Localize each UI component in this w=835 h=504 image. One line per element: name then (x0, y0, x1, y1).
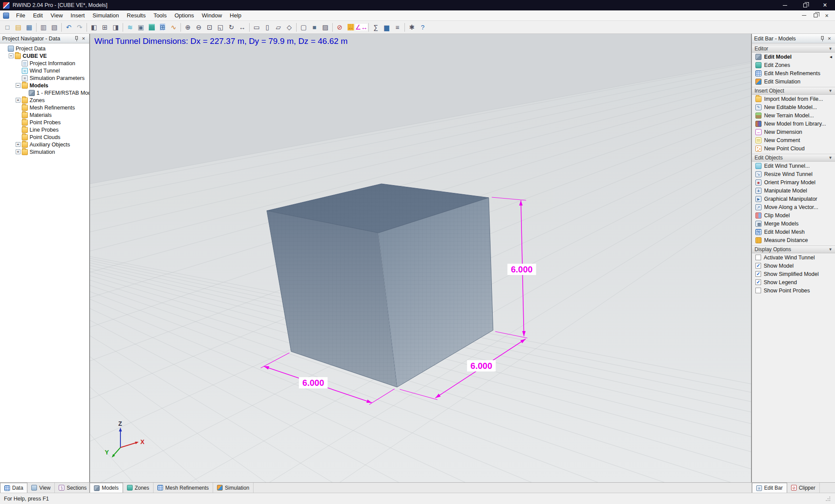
section-edit-objects[interactable]: Edit Objects ▼ (752, 154, 835, 162)
help-button[interactable]: ? (418, 22, 428, 33)
tree-item-simulation[interactable]: + Simulation (0, 148, 89, 156)
print-button[interactable]: ▥ (38, 22, 49, 33)
tree-item-rfem-rstab-model[interactable]: 1 - RFEM/RSTAB Model (0, 89, 89, 96)
import-model-from-file-item[interactable]: Import Model from File... (752, 95, 835, 103)
undo-button[interactable]: ↶ (63, 22, 74, 33)
option-show-legend[interactable]: ✓ Show Legend (752, 278, 835, 286)
section-insert-object[interactable]: Insert Object ▼ (752, 87, 835, 95)
close-button[interactable]: × (815, 0, 835, 10)
zoom-window-button[interactable]: ⊡ (204, 22, 215, 33)
tables-button[interactable]: ⊞ (100, 22, 110, 33)
viewport[interactable]: 6.000 6.000 (90, 34, 752, 482)
tree-expander[interactable]: + (16, 98, 20, 103)
transparent-button[interactable]: ▨ (320, 22, 331, 33)
copy-image-button[interactable]: ▧ (49, 22, 60, 33)
measure-button[interactable]: ↔ (345, 22, 356, 33)
tab-view[interactable]: View (27, 483, 55, 493)
edit-model-item[interactable]: Edit Model ◄ (752, 53, 835, 61)
tree-item-point-probes[interactable]: Point Probes (0, 119, 89, 126)
document-icon[interactable] (3, 13, 9, 19)
orient-primary-model-item[interactable]: Orient Primary Model (752, 178, 835, 186)
wireframe-button[interactable]: ▢ (298, 22, 309, 33)
option-show-point-probes[interactable]: Show Point Probes (752, 286, 835, 295)
tab-data[interactable]: Data (0, 483, 27, 493)
edit-bar-panel-button[interactable]: ◨ (110, 22, 121, 33)
tree-item-wind-tunnel[interactable]: Wind Tunnel (0, 67, 89, 74)
simulation-button[interactable]: ∿ (168, 22, 179, 33)
mesh-button[interactable]: ⊞ (157, 22, 168, 33)
navigator-panel-button[interactable]: ◧ (89, 22, 99, 33)
tab-zones[interactable]: Zones (123, 483, 154, 493)
tree-expander[interactable]: + (16, 149, 20, 154)
pin-editbar-button[interactable] (819, 35, 826, 42)
section-display-options[interactable]: Display Options ▼ (752, 245, 835, 253)
graphical-manipulator-item[interactable]: Graphical Manipulator (752, 195, 835, 203)
checkbox[interactable]: ✓ (755, 263, 761, 269)
rotate-view-button[interactable]: ↻ (226, 22, 237, 33)
pan-view-button[interactable]: ↔ (237, 22, 247, 33)
tree-item-simulation-parameters[interactable]: Simulation Parameters (0, 74, 89, 82)
tab-edit-bar[interactable]: Edit Bar (752, 483, 787, 493)
edit-zones-item[interactable]: Edit Zones (752, 61, 835, 69)
tree-item-project-information[interactable]: Project Information (0, 60, 89, 67)
menu-help[interactable]: Help (226, 10, 245, 20)
tree-expander[interactable]: − (9, 53, 13, 58)
close-panel-button[interactable]: × (80, 35, 87, 42)
edit-simulation-item[interactable]: Edit Simulation (752, 77, 835, 86)
redo-button[interactable]: ↷ (74, 22, 85, 33)
menu-options[interactable]: Options (170, 10, 198, 20)
tab-sections[interactable]: Sections (55, 483, 91, 493)
zones-button[interactable]: ▦ (147, 22, 157, 33)
new-dimension-item[interactable]: New Dimension (752, 128, 835, 136)
close-editbar-button[interactable]: × (826, 35, 833, 42)
edit-mesh-refinements-item[interactable]: Edit Mesh Refinements (752, 69, 835, 77)
tree-item-materials[interactable]: Materials (0, 111, 89, 119)
wind-tunnel-button[interactable]: ≋ (125, 22, 135, 33)
section-editor[interactable]: Editor ▼ (752, 45, 835, 53)
tree-item-mesh-refinements[interactable]: Mesh Refinements (0, 104, 89, 111)
pin-panel-button[interactable] (73, 35, 80, 42)
resize-grip[interactable] (825, 496, 831, 502)
zoom-out-button[interactable]: ⊖ (194, 22, 204, 33)
save-button[interactable]: ▦ (24, 22, 34, 33)
option-show-model[interactable]: ✓ Show Model (752, 262, 835, 270)
tab-models[interactable]: Models (90, 483, 123, 493)
results-button[interactable]: ▆ (381, 22, 392, 33)
menu-file[interactable]: File (12, 10, 29, 20)
edit-wind-tunnel-item[interactable]: Edit Wind Tunnel... (752, 162, 835, 170)
new-terrain-model-item[interactable]: New Terrain Model... (752, 111, 835, 119)
view-iso-button[interactable]: ◇ (284, 22, 294, 33)
model-button[interactable]: ▣ (136, 22, 146, 33)
checkbox[interactable]: ✓ (755, 271, 761, 277)
option-activate-wind-tunnel[interactable]: Activate Wind Tunnel (752, 253, 835, 262)
zoom-in-button[interactable]: ⊕ (183, 22, 193, 33)
restore-button[interactable] (795, 0, 815, 10)
checkbox[interactable] (755, 288, 761, 293)
resize-wind-tunnel-item[interactable]: Resize Wind Tunnel (752, 170, 835, 178)
mdi-restore-button[interactable] (811, 12, 820, 20)
minimize-button[interactable] (775, 0, 795, 10)
clip-button[interactable]: ⊘ (334, 22, 345, 33)
tree-item-point-clouds[interactable]: Point Clouds (0, 133, 89, 141)
legend-button[interactable]: ≡ (392, 22, 403, 33)
new-file-button[interactable]: □ (2, 22, 13, 33)
tree-item-line-probes[interactable]: Line Probes (0, 126, 89, 133)
checkbox[interactable]: ✓ (755, 279, 761, 285)
calculate-button[interactable]: ∑ (371, 22, 381, 33)
menu-simulation[interactable]: Simulation (89, 10, 123, 20)
tab-clipper[interactable]: Clipper (787, 483, 820, 493)
edit-model-mesh-item[interactable]: Edit Model Mesh (752, 228, 835, 236)
move-along-a-vector-item[interactable]: Move Along a Vector... (752, 203, 835, 211)
tree-item-auxiliary-objects[interactable]: + Auxiliary Objects (0, 141, 89, 148)
menu-insert[interactable]: Insert (67, 10, 89, 20)
menu-view[interactable]: View (47, 10, 67, 20)
merge-models-item[interactable]: Merge Models (752, 219, 835, 228)
tree-expander[interactable]: − (16, 83, 20, 88)
tree-expander[interactable]: + (16, 142, 20, 147)
menu-results[interactable]: Results (123, 10, 150, 20)
fit-view-button[interactable]: ◱ (215, 22, 226, 33)
mdi-minimize-button[interactable] (799, 12, 809, 20)
tab-simulation[interactable]: Simulation (213, 483, 254, 493)
new-point-cloud-item[interactable]: New Point Cloud (752, 144, 835, 153)
tree-item-models[interactable]: − Models (0, 82, 89, 89)
